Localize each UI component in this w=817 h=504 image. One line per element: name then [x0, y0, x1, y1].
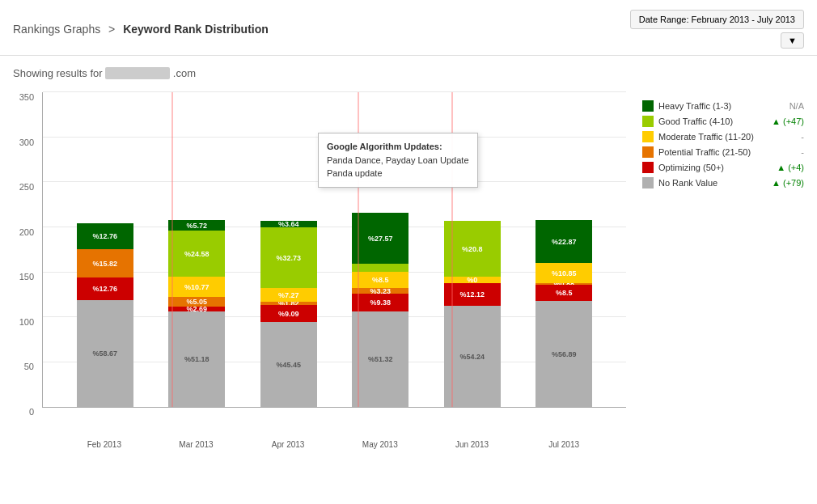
bar-seg-mar-heavy: %5.72 [168, 220, 225, 231]
y-label-200: 200 [19, 227, 34, 237]
bar-stack-mar: %51.18 %2.69 %5.05 %10.77 %24.58 %5.72 [168, 220, 225, 407]
x-label-apr: Apr 2013 [256, 440, 320, 449]
legend-value-heavy: N/A [789, 101, 804, 111]
bar-seg-apr-norankvalue: %45.45 [260, 322, 317, 407]
breadcrumb-base: Rankings Graphs [13, 23, 100, 36]
y-label-300: 300 [19, 138, 34, 147]
showing-prefix: Showing results for [13, 67, 103, 79]
bar-stack-apr: %45.45 %9.09 %1.82 %7.27 %32.73 %3.64 [260, 221, 317, 407]
legend-item-good: Good Traffic (4-10) ▲ (+47) [642, 116, 804, 127]
event-line-may [358, 92, 359, 407]
y-label-150: 150 [19, 272, 34, 282]
bar-seg-jul-moderate: %10.85 [535, 263, 592, 283]
bar-seg-feb-norankvalue: %58.67 [77, 300, 133, 407]
bar-group-jun: %54.24 %12.12 %0 %20.8 [440, 221, 505, 407]
bar-seg-apr-potential: %1.82 [260, 302, 317, 305]
bar-seg-feb-potential: %15.82 [77, 249, 133, 277]
bar-seg-feb-heavy: %12.76 [77, 223, 133, 249]
bar-seg-jul-optimizing: %8.5 [535, 285, 592, 301]
legend-item-heavy: Heavy Traffic (1-3) N/A [642, 100, 804, 112]
y-label-0: 0 [29, 407, 34, 417]
y-label-50: 50 [24, 362, 34, 371]
y-label-350: 350 [19, 92, 34, 102]
legend-item-moderate: Moderate Traffic (11-20) - [642, 131, 804, 142]
y-axis: 350 300 250 200 150 100 50 0 [13, 92, 39, 417]
subheader: Showing results for .com [0, 56, 817, 84]
legend-color-potential [642, 146, 654, 158]
event-line-jun [451, 92, 453, 407]
bar-seg-apr-optimizing: %9.09 [260, 305, 317, 322]
legend-label-heavy: Heavy Traffic (1-3) [658, 101, 785, 111]
bar-group-apr: %45.45 %9.09 %1.82 %7.27 %32.73 %3.64 [256, 221, 321, 407]
legend-label-good: Good Traffic (4-10) [658, 116, 767, 126]
bar-seg-jul-heavy: %22.87 [535, 220, 592, 263]
bar-seg-jul-potential: %0.88 [535, 283, 592, 285]
y-label-100: 100 [19, 317, 34, 327]
legend-item-potential: Potential Traffic (21-50) - [642, 146, 804, 158]
x-label-feb: Feb 2013 [72, 440, 137, 449]
legend-label-moderate: Moderate Traffic (11-20) [658, 132, 796, 142]
bar-group-feb: %58.67 %12.76 %15.82 %12.76 [73, 223, 138, 407]
breadcrumb-separator: > [108, 23, 115, 36]
bar-seg-mar-optimizing: %2.69 [168, 307, 225, 311]
legend-label-norank: No Rank Value [658, 178, 767, 188]
bar-seg-apr-good: %32.73 [260, 227, 317, 288]
bar-seg-may-heavy: %27.57 [352, 213, 408, 264]
bar-seg-may-potential: %3.23 [352, 288, 408, 294]
x-label-jul: Jul 2013 [531, 440, 596, 449]
bar-seg-may-good [352, 264, 408, 272]
date-range-dropdown[interactable]: ▼ [781, 32, 804, 49]
chart-inner: Google Algorithm Updates: Panda Dance, P… [42, 92, 626, 408]
x-label-mar: Mar 2013 [163, 440, 228, 449]
legend-label-optimizing: Optimizing (50+) [658, 163, 772, 172]
bars-wrapper: %58.67 %12.76 %15.82 %12.76 %51.18 %2.69… [43, 92, 626, 407]
legend-color-heavy [642, 100, 654, 112]
chart-area: 350 300 250 200 150 100 50 0 [0, 84, 817, 449]
legend-color-good [642, 116, 654, 127]
x-labels: Feb 2013 Mar 2013 Apr 2013 May 2013 Jun … [42, 440, 626, 449]
legend-value-moderate: - [801, 132, 804, 142]
date-range-button[interactable]: Date Range: February 2013 - July 2013 [630, 10, 804, 29]
bar-seg-mar-potential: %5.05 [168, 297, 225, 307]
bar-stack-feb: %58.67 %12.76 %15.82 %12.76 [77, 223, 133, 407]
bar-group-jul: %56.89 %8.5 %0.88 %10.85 %22.87 [531, 220, 596, 407]
legend-label-potential: Potential Traffic (21-50) [658, 147, 796, 157]
bar-seg-apr-moderate: %7.27 [260, 288, 317, 302]
bar-seg-may-optimizing: %9.38 [352, 294, 408, 311]
legend: Heavy Traffic (1-3) N/A Good Traffic (4-… [626, 92, 804, 449]
legend-color-norank [642, 177, 654, 188]
legend-color-optimizing [642, 162, 654, 173]
bar-stack-may: %51.32 %9.38 %3.23 %8.5 %27.57 [352, 213, 408, 407]
x-label-jun: Jun 2013 [439, 440, 504, 449]
bar-seg-mar-norankvalue: %51.18 [168, 311, 225, 407]
legend-value-optimizing: ▲ (+4) [777, 163, 804, 172]
bar-seg-may-norankvalue: %51.32 [352, 311, 408, 407]
date-range-wrapper: Date Range: February 2013 - July 2013 ▼ [630, 10, 804, 49]
y-label-250: 250 [19, 182, 34, 192]
legend-value-norank: ▲ (+79) [772, 178, 804, 188]
bar-seg-apr-heavy: %3.64 [260, 221, 317, 227]
bar-group-mar: %51.18 %2.69 %5.05 %10.77 %24.58 %5.72 [164, 220, 229, 407]
x-label-may: May 2013 [348, 440, 413, 449]
legend-value-potential: - [801, 147, 804, 157]
breadcrumb: Rankings Graphs > Keyword Rank Distribut… [13, 23, 269, 36]
chart-container: 350 300 250 200 150 100 50 0 [13, 92, 626, 449]
bar-seg-feb-optimizing: %12.76 [77, 277, 133, 300]
bar-seg-may-moderate: %8.5 [352, 272, 408, 288]
domain-name [105, 67, 170, 79]
bar-seg-jul-norankvalue: %56.89 [535, 301, 592, 407]
page-title: Keyword Rank Distribution [123, 23, 269, 36]
legend-item-norank: No Rank Value ▲ (+79) [642, 177, 804, 188]
bar-seg-mar-good: %24.58 [168, 231, 225, 277]
bar-stack-jul: %56.89 %8.5 %0.88 %10.85 %22.87 [535, 220, 592, 407]
bar-seg-mar-moderate: %10.77 [168, 277, 225, 297]
legend-value-good: ▲ (+47) [772, 116, 804, 126]
legend-color-moderate [642, 131, 654, 142]
header: Rankings Graphs > Keyword Rank Distribut… [0, 0, 817, 56]
legend-item-optimizing: Optimizing (50+) ▲ (+4) [642, 162, 804, 173]
event-line-mar [171, 92, 173, 407]
domain-suffix: .com [173, 67, 196, 79]
